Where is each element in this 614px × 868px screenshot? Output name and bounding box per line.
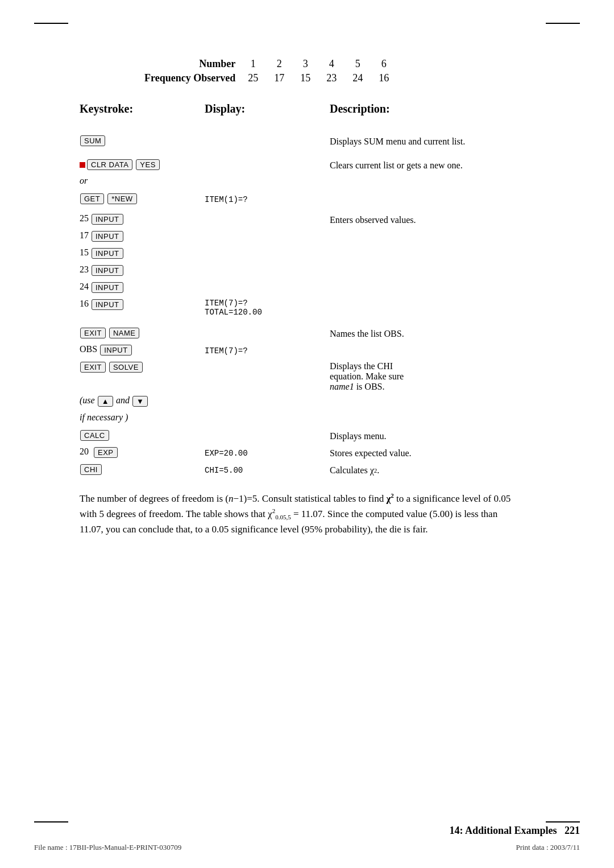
keystroke-chi: CHI [80, 464, 205, 477]
obs-input-key[interactable]: INPUT [100, 345, 132, 356]
input-25-key[interactable]: INPUT [92, 214, 123, 225]
keystroke-get-new: GET *NEW [80, 193, 205, 206]
num-2: 2 [266, 57, 292, 71]
display-17 [205, 230, 330, 244]
freq-label: Frequency Observed [136, 71, 240, 85]
keystroke-or: or [80, 176, 205, 189]
desc-arrows [330, 395, 557, 409]
display-chi: CHI=5.00 [205, 464, 330, 477]
frequency-table: Number 1 2 3 4 5 6 Frequency Observed 25… [136, 57, 557, 85]
display-16: ITEM(7)=? TOTAL=120.00 [205, 299, 330, 317]
chi-key[interactable]: CHI [80, 464, 102, 475]
freq-4: 23 [318, 71, 345, 85]
keystroke-sum: SUM [80, 135, 205, 148]
chapter-footer: 14: Additional Examples 221 [449, 825, 580, 837]
page: Number 1 2 3 4 5 6 Frequency Observed 25… [0, 0, 614, 868]
get-key[interactable]: GET [80, 193, 104, 204]
desc-15 [330, 247, 557, 261]
desc-chi: Calculates χ2. [330, 464, 557, 477]
row-exit-name: EXIT NAME Names the list OBS. [80, 327, 557, 341]
sum-key[interactable]: SUM [80, 135, 105, 146]
spacer1 [80, 152, 557, 159]
down-arrow-key[interactable]: ▼ [132, 396, 148, 407]
num-1: 1 [240, 57, 266, 71]
desc-solve-line2: equation. Make sure [330, 371, 404, 382]
desc-16 [330, 299, 557, 317]
display-23 [205, 264, 330, 278]
desc-17 [330, 230, 557, 244]
row-clrdata: CLR DATA YES Clears current list or gets… [80, 159, 557, 172]
bottom-paragraph: The number of degrees of freedom is (n−1… [80, 491, 523, 537]
display-20-exp: EXP=20.00 [205, 447, 330, 460]
page-number: 221 [565, 825, 580, 836]
exit-key1[interactable]: EXIT [80, 328, 106, 338]
desc-solve-line1: Displays the CHI [330, 361, 393, 371]
display-16-line1: ITEM(7)=? [205, 299, 248, 308]
calc-key[interactable]: CALC [80, 430, 109, 441]
freq-3: 15 [292, 71, 318, 85]
display-15 [205, 247, 330, 261]
input-24-key[interactable]: INPUT [92, 282, 123, 293]
footer-bottom: File name : 17BII-Plus-Manual-E-PRINT-03… [0, 843, 614, 852]
input-15-key[interactable]: INPUT [92, 248, 123, 259]
keystroke-24: 24 INPUT [80, 282, 205, 295]
display-calc [205, 429, 330, 443]
display-obs: ITEM(7)=? [205, 344, 330, 358]
keystroke-calc: CALC [80, 429, 205, 443]
keystroke-25: 25 INPUT [80, 213, 205, 227]
keystroke-23: 23 INPUT [80, 264, 205, 278]
exp-key[interactable]: EXP [94, 447, 118, 458]
row-get-new: GET *NEW ITEM(1)=? [80, 193, 557, 206]
display-if-necessary [205, 412, 330, 426]
row-25-input: 25 INPUT Enters observed values. [80, 213, 557, 227]
name-key[interactable]: NAME [109, 328, 140, 338]
freq-1: 25 [240, 71, 266, 85]
display-24 [205, 282, 330, 295]
num-5: 5 [345, 57, 371, 71]
row-24-input: 24 INPUT [80, 282, 557, 295]
input-17-key[interactable]: INPUT [92, 231, 123, 242]
keystroke-16: 16 INPUT [80, 299, 205, 317]
row-obs-input: OBS INPUT ITEM(7)=? [80, 344, 557, 358]
keystroke-17: 17 INPUT [80, 230, 205, 244]
desc-clrdata: Clears current list or gets a new one. [330, 159, 557, 172]
freq-5: 24 [345, 71, 371, 85]
border-bottom-right [546, 821, 580, 822]
clrdata-key[interactable]: CLR DATA [87, 159, 132, 170]
input-23-key[interactable]: INPUT [92, 265, 123, 276]
number-label: Number [136, 57, 240, 71]
keystroke-15: 15 INPUT [80, 247, 205, 261]
solve-key[interactable]: SOLVE [109, 362, 143, 373]
input-16-key[interactable]: INPUT [92, 299, 123, 310]
desc-get-new [330, 193, 557, 206]
desc-23 [330, 264, 557, 278]
print-date-label: Print data : 2003/7/11 [516, 843, 580, 852]
exit-key2[interactable]: EXIT [80, 362, 106, 373]
display-header: Display: [205, 102, 330, 125]
row-16-input: 16 INPUT ITEM(7)=? TOTAL=120.00 [80, 299, 557, 317]
row-17-input: 17 INPUT [80, 230, 557, 244]
column-headers: Keystroke: Display: Description: [80, 102, 557, 125]
border-bottom-left [34, 821, 68, 822]
row-chi: CHI CHI=5.00 Calculates χ2. [80, 464, 557, 477]
keystroke-if-necessary: if necessary ) [80, 412, 205, 426]
row-15-input: 15 INPUT [80, 247, 557, 261]
row-23-input: 23 INPUT [80, 264, 557, 278]
display-sum [205, 135, 330, 148]
desc-if-necessary [330, 412, 557, 426]
keystroke-exit-name: EXIT NAME [80, 327, 205, 341]
shift-indicator-icon [80, 162, 85, 168]
row-arrows: (use ▲ and ▼ [80, 395, 557, 409]
yes-key[interactable]: YES [136, 159, 160, 170]
num-6: 6 [371, 57, 397, 71]
description-header: Description: [330, 102, 557, 125]
keystroke-obs: OBS INPUT [80, 344, 205, 358]
display-clrdata [205, 159, 330, 172]
num-4: 4 [318, 57, 345, 71]
row-sum: SUM Displays SUM menu and current list. [80, 135, 557, 148]
new-key[interactable]: *NEW [107, 193, 136, 204]
border-top-right [546, 23, 580, 24]
desc-solve-line3: name1 is OBS. [330, 382, 384, 392]
up-arrow-key[interactable]: ▲ [98, 396, 113, 407]
keystroke-arrows: (use ▲ and ▼ [80, 395, 205, 409]
